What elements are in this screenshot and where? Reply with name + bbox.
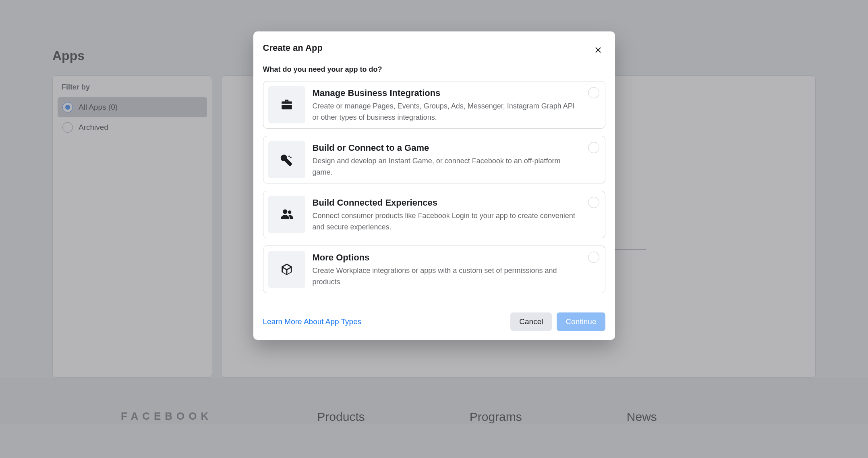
option-description: Create or manage Pages, Events, Groups, … — [313, 101, 576, 123]
option-manage-business[interactable]: Manage Business Integrations Create or m… — [263, 81, 605, 129]
option-title: Manage Business Integrations — [313, 88, 576, 98]
continue-button[interactable]: Continue — [557, 312, 605, 331]
box-icon — [268, 251, 305, 288]
option-description: Create Workplace integrations or apps wi… — [313, 265, 576, 288]
option-connected-experiences[interactable]: Build Connected Experiences Connect cons… — [263, 191, 605, 238]
option-description: Connect consumer products like Facebook … — [313, 210, 576, 233]
briefcase-icon — [268, 86, 305, 123]
modal-overlay[interactable]: Create an App What do you need your app … — [0, 0, 868, 458]
svg-point-0 — [288, 156, 289, 157]
radio-unselected-icon — [588, 87, 599, 98]
option-title: Build Connected Experiences — [313, 198, 576, 208]
modal-title: Create an App — [263, 43, 323, 53]
cancel-button[interactable]: Cancel — [510, 312, 552, 331]
option-description: Design and develop an Instant Game, or c… — [313, 156, 576, 178]
svg-point-1 — [290, 157, 291, 158]
close-button[interactable] — [591, 43, 605, 57]
radio-unselected-icon — [588, 252, 599, 263]
option-title: More Options — [313, 252, 576, 263]
close-icon — [594, 46, 603, 54]
option-title: Build or Connect to a Game — [313, 143, 576, 153]
users-icon — [268, 196, 305, 233]
modal-subtitle: What do you need your app to do? — [263, 65, 605, 74]
create-app-modal: Create an App What do you need your app … — [253, 31, 615, 340]
option-more-options[interactable]: More Options Create Workplace integratio… — [263, 246, 605, 293]
learn-more-link[interactable]: Learn More About App Types — [263, 317, 362, 326]
game-icon — [268, 141, 305, 178]
radio-unselected-icon — [588, 142, 599, 153]
radio-unselected-icon — [588, 197, 599, 208]
option-build-game[interactable]: Build or Connect to a Game Design and de… — [263, 136, 605, 183]
